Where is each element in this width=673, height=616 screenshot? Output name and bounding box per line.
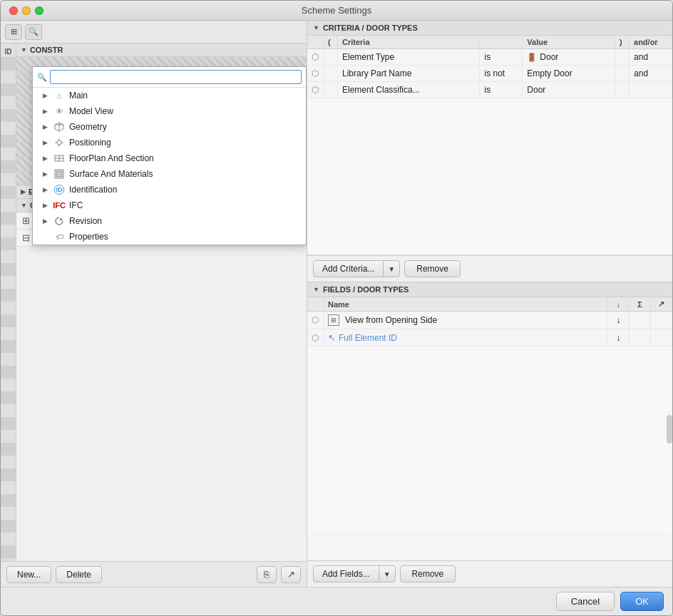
remove-fields-button[interactable]: Remove (400, 565, 456, 582)
surface-arrow: ▶ (43, 170, 51, 178)
export-icon: ↗ (287, 569, 295, 580)
field-1-name: ⊞ View from Opening Side (324, 312, 608, 329)
revision-label: Revision (69, 216, 102, 226)
right-panel: ▼ CRITERIA / DOOR TYPES ( Criteria Value… (307, 21, 672, 587)
search-icon: 🔍 (29, 27, 38, 36)
criteria-row-3: ⬡ Element Classifica... is Door (307, 82, 672, 98)
field-1-sigma (630, 312, 651, 329)
row-1-value-cell: 🚪 Door (527, 52, 610, 62)
components-triangle: ▼ (21, 202, 27, 209)
left-content: ID ▼ CONSTR (1, 43, 307, 561)
main-icon: ⌂ (53, 91, 66, 100)
export-button[interactable]: ↗ (281, 566, 301, 583)
dropdown-item-main[interactable]: ▶ ⌂ Main (33, 88, 306, 103)
svg-point-3 (57, 140, 61, 145)
field-2-sort[interactable]: ↓ (608, 329, 630, 346)
field-1-label: View from Opening Side (345, 315, 437, 325)
field-2-label: Full Element ID (339, 333, 397, 343)
floorplan-label: FloorPlan And Section (69, 153, 154, 163)
grid-icon-button[interactable]: ⊞ (5, 24, 22, 40)
dropdown-item-surface[interactable]: ▶ Surface And Materials (33, 166, 306, 182)
row-3-operator[interactable]: is (480, 82, 523, 98)
dropdown-item-properties[interactable]: ▶ 🏷 Properties (33, 229, 306, 245)
dropdown-item-ifc[interactable]: ▶ IFC IFC (33, 197, 306, 213)
construction-triangle: ▼ (21, 46, 27, 53)
row-2-value[interactable]: Empty Door (523, 66, 615, 82)
row-1-value: 🚪 Door (523, 49, 615, 66)
fields-col-arrow: ↗ (651, 297, 672, 312)
dropdown-item-revision[interactable]: ▶ Revision (33, 213, 306, 229)
field-1-arrow (651, 312, 672, 329)
col-move (307, 36, 324, 49)
left-bottom-toolbar: New... Delete ⎘ ↗ (1, 561, 307, 587)
add-fields-arrow[interactable]: ▼ (379, 568, 395, 581)
surface-label: Surface And Materials (69, 169, 153, 179)
dropdown-item-geometry[interactable]: ▶ Geometry (33, 119, 306, 135)
dropdown-item-model-view[interactable]: ▶ 👁 Model View (33, 103, 306, 119)
dropdown-item-positioning[interactable]: ▶ Positioning (33, 135, 306, 150)
delete-button[interactable]: Delete (56, 566, 102, 583)
criteria-triangle: ▼ (313, 24, 319, 31)
left-panel: ⊞ 🔍 ID ▼ CONSTR (1, 21, 307, 587)
col-value: Value (523, 36, 615, 49)
row-1-mover[interactable]: ⬡ (307, 49, 324, 66)
copy-button[interactable]: ⎘ (257, 566, 277, 583)
row-1-criteria[interactable]: Element Type (337, 49, 479, 66)
dropdown-item-floorplan[interactable]: ▶ FloorPlan And Section (33, 150, 306, 166)
add-fields-split-btn[interactable]: Add Fields... ▼ (313, 565, 396, 582)
search-input[interactable] (50, 70, 302, 84)
remove-criteria-button[interactable]: Remove (404, 260, 461, 277)
field-1-sort[interactable]: ↓ (608, 312, 630, 329)
row-3-andor (630, 82, 672, 98)
new-button[interactable]: New... (6, 566, 51, 583)
fields-area[interactable]: Name ↓ Σ ↗ ⬡ ⊞ (307, 297, 672, 560)
fields-title-bar: ▼ FIELDS / DOOR TYPES (307, 282, 672, 297)
exterior-triangle: ▶ (21, 188, 26, 195)
field-2-sigma (630, 329, 651, 346)
fields-triangle: ▼ (313, 286, 319, 293)
geometry-label: Geometry (69, 122, 107, 132)
criteria-row-1: ⬡ Element Type is 🚪 Door an (307, 49, 672, 66)
field-2-mover[interactable]: ⬡ (307, 329, 324, 346)
fields-table: Name ↓ Σ ↗ ⬡ ⊞ (307, 297, 672, 346)
main-content: ⊞ 🔍 ID ▼ CONSTR (1, 21, 672, 587)
row-3-criteria[interactable]: Element Classifica... (337, 82, 479, 98)
dropdown-item-identification[interactable]: ▶ ID Identification (33, 182, 306, 197)
add-fields-button[interactable]: Add Fields... (314, 566, 379, 582)
revision-icon (53, 216, 66, 226)
ok-button[interactable]: OK (620, 592, 664, 611)
maximize-button[interactable] (35, 6, 43, 15)
add-criteria-split-btn[interactable]: Add Criteria... ▼ (313, 260, 400, 277)
construction-section-header[interactable]: ▼ CONSTR (16, 43, 307, 57)
field-2-arrow (651, 329, 672, 346)
fields-col-sort: ↓ (608, 297, 630, 312)
search-button[interactable]: 🔍 (25, 24, 42, 40)
scroll-handle[interactable] (667, 415, 672, 443)
id-column: ID (1, 43, 16, 561)
model-view-arrow: ▶ (43, 108, 51, 115)
row-3-mover[interactable]: ⬡ (307, 82, 324, 98)
criteria-section: ▼ CRITERIA / DOOR TYPES ( Criteria Value… (307, 21, 672, 282)
row-2-criteria[interactable]: Library Part Name (337, 66, 479, 82)
cancel-button[interactable]: Cancel (556, 592, 615, 611)
field-1-mover[interactable]: ⬡ (307, 312, 324, 329)
identification-label: Identification (69, 185, 117, 195)
geometry-icon (53, 122, 66, 132)
criteria-table: ( Criteria Value ) and/or ⬡ Element Ty (307, 36, 672, 98)
row-1-operator[interactable]: is (480, 49, 523, 66)
fields-section: ▼ FIELDS / DOOR TYPES Name ↓ Σ ↗ (307, 282, 672, 587)
col-criteria: Criteria (337, 36, 479, 49)
minimize-button[interactable] (22, 6, 31, 15)
row-2-andor: and (630, 66, 672, 82)
criteria-empty-space (307, 98, 672, 255)
row-3-close-paren (615, 82, 630, 98)
row-2-operator[interactable]: is not (480, 66, 523, 82)
id-header: ID (1, 46, 16, 58)
tree-panel[interactable]: ▼ CONSTR ▶ Exterior (16, 43, 307, 561)
close-button[interactable] (9, 6, 18, 15)
row-2-mover[interactable]: ⬡ (307, 66, 324, 82)
window-bottom-bar: Cancel OK (1, 587, 672, 615)
row-3-value[interactable]: Door (523, 82, 615, 98)
add-criteria-arrow[interactable]: ▼ (384, 262, 399, 276)
add-criteria-button[interactable]: Add Criteria... (314, 261, 384, 277)
